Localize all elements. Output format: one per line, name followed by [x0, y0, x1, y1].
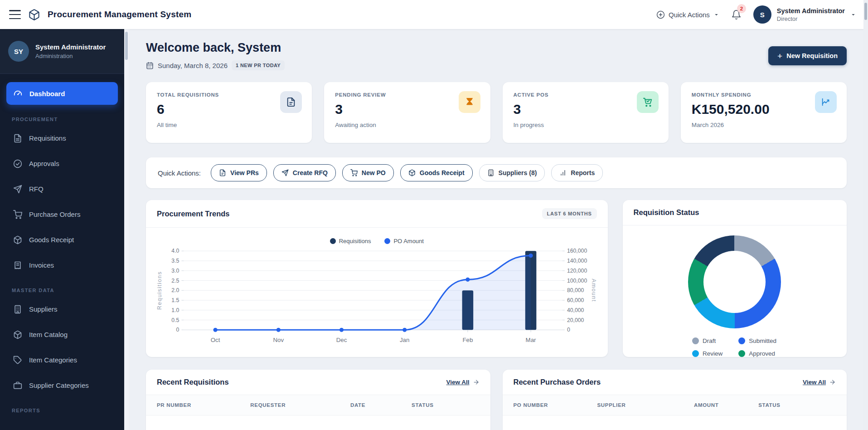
sidebar-item-invoices[interactable]: Invoices: [6, 254, 118, 276]
donut-legend-item: Draft: [692, 337, 727, 344]
calendar-icon: [146, 62, 154, 69]
svg-text:40,000: 40,000: [567, 307, 584, 313]
page-scrollbar[interactable]: [863, 0, 868, 430]
column-header: DATE: [350, 402, 412, 408]
svg-text:120,000: 120,000: [567, 268, 587, 274]
legend-dot: [738, 337, 745, 344]
briefcase-icon: [13, 381, 22, 390]
stat-sub: March 2026: [692, 122, 836, 128]
status-title: Requisition Status: [634, 208, 699, 217]
sidebar-avatar: SY: [8, 41, 29, 62]
arrow-right-icon: [829, 379, 836, 386]
chevron-down-icon: [850, 12, 856, 18]
sidebar-item-label: Approvals: [29, 160, 59, 167]
sidebar-item-label: Suppliers: [29, 305, 58, 313]
svg-text:0: 0: [176, 327, 179, 333]
sidebar-item-purchase-orders[interactable]: Purchase Orders: [6, 204, 118, 225]
view-all-label: View All: [446, 379, 469, 386]
sidebar-profile-role: Administration: [35, 53, 106, 59]
sidebar-item-dashboard[interactable]: Dashboard: [6, 82, 118, 105]
stat-value: 3: [514, 102, 658, 117]
stat-label: MONTHLY SPENDING: [692, 92, 836, 98]
sidebar-item-label: Supplier Categories: [29, 381, 89, 389]
recent-purchase-orders-title: Recent Purchase Orders: [514, 378, 601, 386]
svg-text:2.5: 2.5: [171, 278, 179, 284]
svg-text:Dec: Dec: [336, 337, 347, 343]
svg-text:80,000: 80,000: [567, 287, 584, 293]
menu-icon[interactable]: [9, 10, 21, 19]
svg-text:Amount: Amount: [591, 279, 597, 302]
file-text-icon: [280, 91, 302, 113]
trends-title: Procurement Trends: [157, 210, 229, 218]
file-text-icon: [13, 134, 22, 143]
user-name: System Administrator: [777, 7, 845, 15]
notification-badge: 2: [737, 4, 746, 13]
goods-receipt-button[interactable]: Goods Receipt: [400, 164, 473, 181]
column-header: AMOUNT: [694, 402, 758, 408]
notifications-button[interactable]: 2: [731, 10, 742, 20]
user-menu[interactable]: S System Administrator Director: [753, 5, 856, 24]
quickbar-label: Quick Actions:: [158, 169, 201, 177]
svg-text:4.0: 4.0: [171, 248, 179, 254]
sidebar-item-suppliers[interactable]: Suppliers: [6, 298, 118, 320]
tag-icon: [13, 356, 22, 365]
page-scrollbar-thumb[interactable]: [864, 3, 867, 20]
sidebar-item-item-catalog[interactable]: Item Catalog: [6, 324, 118, 345]
purchase-orders-table-header: PO NUMBER SUPPLIER AMOUNT STATUS: [503, 395, 847, 415]
shopping-cart-icon: [13, 210, 22, 219]
sidebar-item-item-categories[interactable]: Item Categories: [6, 349, 118, 371]
button-label: New PO: [362, 169, 386, 176]
sidebar-item-label: Item Catalog: [29, 331, 68, 338]
svg-text:20,000: 20,000: [567, 317, 584, 323]
sidebar-item-supplier-categories[interactable]: Supplier Categories: [6, 375, 118, 396]
view-all-purchase-orders-link[interactable]: View All: [803, 379, 836, 386]
sidebar-section-master-data: MASTER DATA: [6, 288, 118, 293]
create-rfq-button[interactable]: Create RFQ: [273, 164, 336, 181]
send-icon: [281, 169, 289, 176]
stat-value: 6: [157, 102, 301, 117]
stat-card-monthly-spending: MONTHLY SPENDING K150,520.00 March 2026: [681, 82, 847, 143]
sidebar-scrollbar-thumb[interactable]: [125, 32, 128, 60]
svg-text:3.0: 3.0: [171, 268, 179, 274]
package-icon: [13, 235, 22, 244]
svg-text:Nov: Nov: [273, 337, 284, 343]
donut-legend: DraftSubmittedReviewApprovedRejectedConv…: [692, 337, 777, 357]
view-all-requisitions-link[interactable]: View All: [446, 379, 479, 386]
reports-button[interactable]: Reports: [551, 164, 603, 181]
new-requisition-button[interactable]: + New Requisition: [768, 46, 847, 65]
legend-dot: [330, 238, 336, 244]
column-header: SUPPLIER: [597, 402, 693, 408]
suppliers-button[interactable]: Suppliers (8): [479, 164, 545, 181]
sidebar-item-rfq[interactable]: RFQ: [6, 178, 118, 200]
gauge-icon: [13, 89, 23, 98]
sidebar-item-requisitions[interactable]: Requisitions: [6, 127, 118, 149]
sidebar: SY System Administrator Administration D…: [0, 29, 124, 430]
box-icon: [13, 330, 22, 339]
sidebar-scrollbar[interactable]: [124, 29, 129, 430]
file-text-icon: [219, 169, 226, 176]
topbar: Procurement Management System Quick Acti…: [0, 0, 868, 29]
stat-card-active-pos: ACTIVE POS 3 In progress: [503, 82, 669, 143]
column-header: PO NUMBER: [514, 402, 597, 408]
sidebar-item-label: RFQ: [29, 185, 44, 193]
stat-label: PENDING REVIEW: [335, 92, 479, 98]
sidebar-item-approvals[interactable]: Approvals: [6, 153, 118, 174]
new-po-button[interactable]: New PO: [342, 164, 394, 181]
button-label: View PRs: [230, 169, 259, 176]
quick-actions-dropdown[interactable]: Quick Actions: [656, 10, 719, 19]
svg-text:0.5: 0.5: [171, 317, 179, 323]
requisitions-table-header: PR NUMBER REQUESTER DATE STATUS: [146, 395, 490, 415]
stat-card-pending-review: PENDING REVIEW 3 Awaiting action: [324, 82, 490, 143]
current-date: Sunday, March 8, 2026: [158, 62, 228, 69]
recent-requisitions-title: Recent Requisitions: [157, 378, 229, 386]
donut-legend-item: Submitted: [738, 337, 777, 344]
new-requisition-label: New Requisition: [786, 52, 838, 59]
view-prs-button[interactable]: View PRs: [211, 164, 267, 181]
column-header: REQUESTER: [250, 402, 350, 408]
sidebar-section-procurement: PROCUREMENT: [6, 117, 118, 122]
view-all-label: View All: [803, 379, 826, 386]
sidebar-item-goods-receipt[interactable]: Goods Receipt: [6, 229, 118, 250]
building-icon: [13, 305, 22, 314]
period-badge: LAST 6 MONTHS: [542, 208, 597, 219]
new-pr-badge: 1 NEW PR TODAY: [232, 60, 285, 70]
